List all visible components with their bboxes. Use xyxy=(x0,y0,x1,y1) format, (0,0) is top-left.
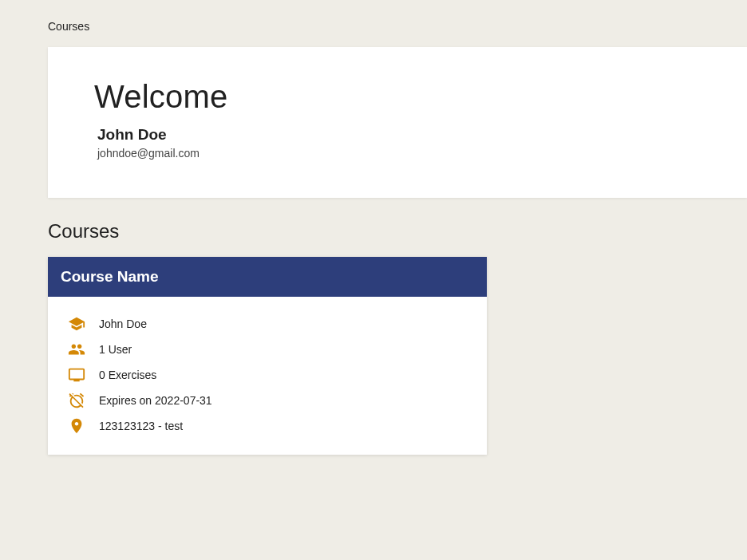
courses-section-title: Courses xyxy=(0,198,747,257)
course-exercises: 0 Exercises xyxy=(99,369,156,381)
welcome-title: Welcome xyxy=(94,79,701,115)
course-location-row: 123123123 - test xyxy=(67,416,468,436)
alarm-off-icon xyxy=(67,391,86,410)
course-users-row: 1 User xyxy=(67,340,468,359)
breadcrumb-item[interactable]: Courses xyxy=(48,20,89,33)
course-exercises-row: 0 Exercises xyxy=(67,365,468,385)
location-pin-icon xyxy=(67,416,86,436)
welcome-card: Welcome John Doe johndoe@gmail.com xyxy=(48,47,747,198)
course-card-header: Course Name xyxy=(48,257,487,297)
course-instructor: John Doe xyxy=(99,317,147,330)
course-expiry: Expires on 2022-07-31 xyxy=(99,394,212,407)
user-name: John Doe xyxy=(94,126,701,144)
users-icon xyxy=(67,340,86,359)
course-location: 123123123 - test xyxy=(99,420,183,432)
course-expiry-row: Expires on 2022-07-31 xyxy=(67,391,468,410)
graduation-cap-icon xyxy=(67,314,86,333)
monitor-icon xyxy=(67,365,86,385)
breadcrumb[interactable]: Courses xyxy=(0,0,747,47)
course-card-body: John Doe 1 User 0 Exercises Expires on 2… xyxy=(48,297,487,455)
course-name: Course Name xyxy=(61,268,159,285)
course-card[interactable]: Course Name John Doe 1 User 0 Exercises xyxy=(48,257,487,455)
course-users: 1 User xyxy=(99,343,132,356)
course-instructor-row: John Doe xyxy=(67,314,468,333)
user-email: johndoe@gmail.com xyxy=(94,147,701,160)
